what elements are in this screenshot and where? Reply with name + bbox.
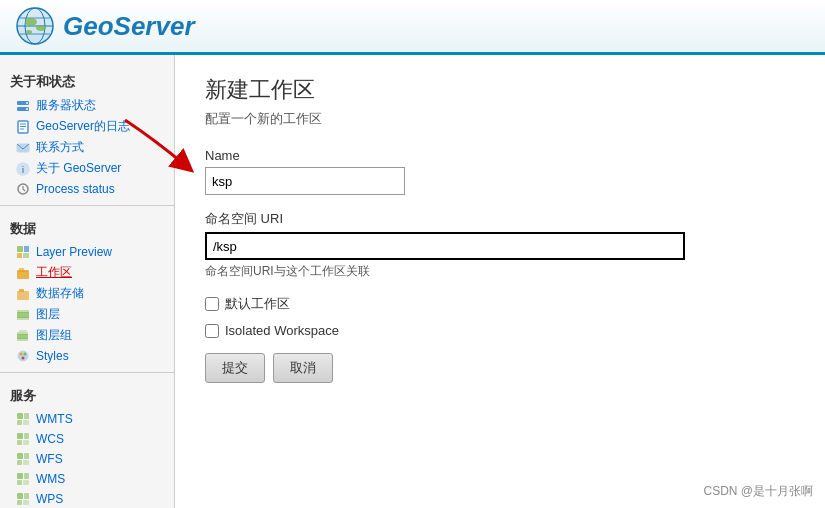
page-title: 新建工作区 bbox=[205, 75, 795, 105]
uri-label: 命名空间 URI bbox=[205, 210, 795, 228]
server-icon bbox=[15, 98, 31, 114]
default-workspace-label[interactable]: 默认工作区 bbox=[225, 295, 290, 313]
svg-rect-54 bbox=[17, 480, 22, 485]
svg-rect-47 bbox=[23, 440, 29, 445]
svg-rect-27 bbox=[17, 291, 29, 300]
sidebar-section-services: 服务 bbox=[0, 379, 174, 409]
svg-rect-41 bbox=[24, 413, 29, 419]
sidebar-item-workspace[interactable]: 工作区 bbox=[0, 262, 174, 283]
contact-icon bbox=[15, 140, 31, 156]
sidebar-item-wms[interactable]: WMS bbox=[0, 469, 174, 489]
store-icon bbox=[15, 286, 31, 302]
sidebar-item-process-status[interactable]: Process status bbox=[0, 179, 174, 199]
svg-point-11 bbox=[26, 102, 28, 104]
styles-icon bbox=[15, 348, 31, 364]
sidebar-item-contact[interactable]: 联系方式 bbox=[0, 137, 174, 158]
svg-rect-22 bbox=[24, 246, 29, 252]
svg-rect-58 bbox=[17, 500, 22, 505]
sidebar-item-wcs[interactable]: WCS bbox=[0, 429, 174, 449]
svg-rect-51 bbox=[23, 460, 29, 465]
svg-rect-43 bbox=[23, 420, 29, 425]
submit-button[interactable]: 提交 bbox=[205, 353, 265, 383]
svg-rect-23 bbox=[17, 253, 22, 258]
svg-point-12 bbox=[26, 108, 28, 110]
default-workspace-group: 默认工作区 bbox=[205, 295, 795, 313]
sidebar-item-data-store[interactable]: 数据存储 bbox=[0, 283, 174, 304]
sidebar-item-label: 服务器状态 bbox=[36, 97, 96, 114]
sidebar-item-label: Process status bbox=[36, 182, 115, 196]
sidebar-item-label: WFS bbox=[36, 452, 63, 466]
isolated-workspace-label[interactable]: Isolated Workspace bbox=[225, 323, 339, 338]
sidebar-item-styles[interactable]: Styles bbox=[0, 346, 174, 366]
name-input[interactable] bbox=[205, 167, 405, 195]
main-content: 新建工作区 配置一个新的工作区 Name 命名空间 URI 命名空间URI与这个… bbox=[175, 55, 825, 508]
sidebar-item-label: WCS bbox=[36, 432, 64, 446]
cancel-button[interactable]: 取消 bbox=[273, 353, 333, 383]
uri-form-group: 命名空间 URI 命名空间URI与这个工作区关联 bbox=[205, 210, 795, 280]
svg-rect-49 bbox=[24, 453, 29, 459]
layer-preview-icon bbox=[15, 244, 31, 260]
about-icon: i bbox=[15, 161, 31, 177]
svg-text:i: i bbox=[22, 165, 25, 175]
svg-rect-48 bbox=[17, 453, 23, 459]
sidebar-item-server-status[interactable]: 服务器状态 bbox=[0, 95, 174, 116]
uri-input[interactable] bbox=[205, 232, 685, 260]
svg-rect-24 bbox=[23, 253, 29, 258]
process-icon bbox=[15, 181, 31, 197]
svg-rect-34 bbox=[17, 338, 28, 341]
sidebar-section-data: 数据 bbox=[0, 212, 174, 242]
button-row: 提交 取消 bbox=[205, 353, 795, 383]
svg-rect-44 bbox=[17, 433, 23, 439]
svg-rect-30 bbox=[17, 310, 29, 313]
sidebar: 关于和状态 服务器状态 GeoServer的日志 联系方式 i 关于 GeoSe… bbox=[0, 55, 175, 508]
svg-point-7 bbox=[36, 25, 46, 31]
sidebar-item-layer-group[interactable]: 图层组 bbox=[0, 325, 174, 346]
name-form-group: Name bbox=[205, 148, 795, 195]
log-icon bbox=[15, 119, 31, 135]
sidebar-item-log[interactable]: GeoServer的日志 bbox=[0, 116, 174, 137]
default-workspace-checkbox[interactable] bbox=[205, 297, 219, 311]
svg-rect-40 bbox=[17, 413, 23, 419]
wcs-icon bbox=[15, 431, 31, 447]
svg-point-8 bbox=[26, 30, 32, 34]
name-label: Name bbox=[205, 148, 795, 163]
divider-1 bbox=[0, 205, 174, 206]
sidebar-item-label: WPS bbox=[36, 492, 63, 506]
svg-rect-52 bbox=[17, 473, 23, 479]
sidebar-item-label: WMTS bbox=[36, 412, 73, 426]
svg-rect-35 bbox=[19, 330, 27, 332]
page-subtitle: 配置一个新的工作区 bbox=[205, 110, 795, 128]
isolated-workspace-checkbox[interactable] bbox=[205, 324, 219, 338]
sidebar-item-label: 数据存储 bbox=[36, 285, 84, 302]
svg-rect-42 bbox=[17, 420, 22, 425]
header: GeoServer bbox=[0, 0, 825, 55]
sidebar-item-layers[interactable]: 图层 bbox=[0, 304, 174, 325]
svg-rect-53 bbox=[24, 473, 29, 479]
sidebar-item-wps[interactable]: WPS bbox=[0, 489, 174, 508]
svg-rect-28 bbox=[19, 289, 24, 292]
svg-rect-31 bbox=[17, 317, 29, 320]
wmts-icon bbox=[15, 411, 31, 427]
svg-rect-33 bbox=[17, 332, 28, 335]
sidebar-item-wfs[interactable]: WFS bbox=[0, 449, 174, 469]
sidebar-item-about[interactable]: i 关于 GeoServer bbox=[0, 158, 174, 179]
sidebar-item-label: Styles bbox=[36, 349, 69, 363]
svg-point-6 bbox=[25, 18, 37, 26]
sidebar-item-layer-preview[interactable]: Layer Preview bbox=[0, 242, 174, 262]
layer-group-icon bbox=[15, 328, 31, 344]
svg-point-37 bbox=[20, 353, 23, 356]
svg-point-39 bbox=[22, 357, 25, 360]
wps-icon bbox=[15, 491, 31, 507]
svg-rect-45 bbox=[24, 433, 29, 439]
sidebar-item-label: 图层 bbox=[36, 306, 60, 323]
sidebar-item-label: WMS bbox=[36, 472, 65, 486]
sidebar-item-wmts[interactable]: WMTS bbox=[0, 409, 174, 429]
svg-rect-59 bbox=[23, 500, 29, 505]
sidebar-section-status: 关于和状态 bbox=[0, 65, 174, 95]
svg-rect-26 bbox=[19, 268, 24, 271]
wms-icon bbox=[15, 471, 31, 487]
watermark: CSDN @是十月张啊 bbox=[703, 483, 813, 500]
main-layout: 关于和状态 服务器状态 GeoServer的日志 联系方式 i 关于 GeoSe… bbox=[0, 55, 825, 508]
sidebar-item-label: Layer Preview bbox=[36, 245, 112, 259]
wfs-icon bbox=[15, 451, 31, 467]
